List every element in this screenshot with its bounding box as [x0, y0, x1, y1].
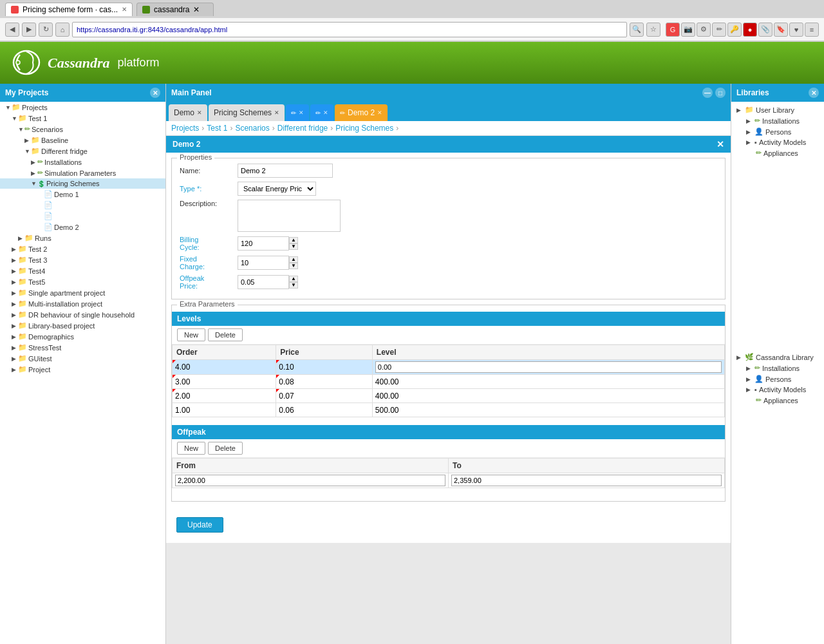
ext5[interactable]: 🔑 [727, 23, 742, 37]
tree-arrow-test3[interactable]: ▶ [12, 257, 18, 263]
breadcrumb-projects[interactable]: Projects [171, 124, 199, 133]
tab-pricing-schemes[interactable]: Pricing Schemes ✕ [209, 104, 285, 121]
table-row[interactable]: 1.00 0.06 500.00 [173, 403, 725, 417]
offpeak-to-input[interactable] [451, 475, 722, 486]
tree-item-stresstest[interactable]: ▶ 📁 StressTest [0, 342, 165, 353]
tree-arrow-test2[interactable]: ▶ [12, 246, 18, 252]
right-panel-collapse-btn[interactable]: ✕ [809, 88, 819, 98]
tree-arrow-single-apt[interactable]: ▶ [12, 290, 18, 296]
user-library-item[interactable]: ▶ 📁 User Library [734, 104, 821, 115]
tab-close-btn[interactable]: ✕ [122, 6, 127, 13]
tree-item-test1[interactable]: ▼ 📁 Test 1 [0, 113, 165, 124]
ext9[interactable]: ♥ [789, 23, 803, 37]
tree-item-test4[interactable]: ▶ 📁 Test4 [0, 265, 165, 276]
tree-item-dr-behaviour[interactable]: ▶ 📁 DR behaviour of single household [0, 309, 165, 320]
ext6[interactable]: ● [743, 23, 757, 37]
offpeak-from-input[interactable] [175, 475, 445, 486]
tab-4[interactable]: ✏ ✕ [310, 104, 333, 121]
billing-cycle-input[interactable] [238, 236, 289, 251]
update-btn[interactable]: Update [176, 517, 223, 533]
offpeak-price-up[interactable]: ▲ [289, 276, 298, 282]
tree-arrow-guitest[interactable]: ▶ [12, 355, 18, 362]
menu-btn[interactable]: ≡ [805, 23, 819, 37]
tree-item-file2[interactable]: ▶ 📄 [0, 200, 165, 211]
ext3[interactable]: ⚙ [697, 23, 711, 37]
tab-3[interactable]: ✏ ✕ [286, 104, 309, 121]
fixed-charge-input[interactable] [238, 256, 289, 270]
ext7[interactable]: 📎 [758, 23, 772, 37]
tree-item-test3[interactable]: ▶ 📁 Test 3 [0, 254, 165, 265]
cassandra-lib-installations[interactable]: ▶ ✏ Installations [734, 363, 821, 374]
tree-item-project[interactable]: ▶ 📁 Project [0, 364, 165, 375]
tree-arrow-test4[interactable]: ▶ [12, 268, 18, 274]
tree-item-sim-params[interactable]: ▶ ✏ Simulation Parameters [0, 167, 165, 178]
name-input[interactable] [238, 164, 333, 178]
center-panel-maximize[interactable]: □ [715, 88, 726, 98]
breadcrumb-different-fridge[interactable]: Different fridge [277, 124, 328, 133]
tree-item-installations[interactable]: ▶ ✏ Installations [0, 156, 165, 167]
browser-tab-inactive[interactable]: cassandra ✕ [136, 3, 214, 16]
tab-demo[interactable]: Demo ✕ [169, 104, 207, 121]
tree-item-file3[interactable]: ▶ 📄 [0, 211, 165, 222]
reload-btn[interactable]: ↻ [39, 23, 53, 37]
bookmark-btn[interactable]: ☆ [646, 23, 660, 37]
fixed-charge-down[interactable]: ▼ [289, 263, 298, 269]
tree-item-different-fridge[interactable]: ▼ 📁 Different fridge [0, 146, 165, 156]
levels-new-btn[interactable]: New [177, 328, 205, 341]
levels-delete-btn[interactable]: Delete [208, 328, 243, 341]
table-row[interactable]: 2.00 0.07 400.00 [173, 389, 725, 403]
table-row[interactable]: 3.00 0.08 400.00 [173, 375, 725, 389]
tab-pricing-schemes-close[interactable]: ✕ [274, 109, 279, 116]
tab-demo-close[interactable]: ✕ [197, 109, 202, 116]
tree-item-runs[interactable]: ▶ 📁 Runs [0, 232, 165, 243]
breadcrumb-scenarios[interactable]: Scenarios [235, 124, 269, 133]
ext1[interactable]: G [666, 23, 680, 37]
tree-item-demo2[interactable]: ▶ 📄 Demo 2 [0, 222, 165, 232]
tree-item-demographics[interactable]: ▶ 📁 Demographics [0, 331, 165, 342]
table-row[interactable]: 4.00 0.10 [173, 360, 725, 375]
form-close-btn[interactable]: ✕ [716, 139, 724, 149]
user-lib-installations[interactable]: ▶ ✏ Installations [734, 115, 821, 126]
cassandra-lib-persons[interactable]: ▶ 👤 Persons [734, 374, 821, 384]
tree-item-multi-install[interactable]: ▶ 📁 Multi-installation project [0, 298, 165, 309]
tab3-close[interactable]: ✕ [299, 109, 304, 116]
tree-item-demo1[interactable]: ▶ 📄 Demo 1 [0, 189, 165, 200]
tree-arrow-baseline[interactable]: ▶ [24, 137, 31, 144]
tree-arrow-sim-params[interactable]: ▶ [31, 170, 37, 176]
tree-arrow-projects[interactable]: ▼ [5, 104, 12, 111]
billing-cycle-down[interactable]: ▼ [289, 243, 298, 250]
tree-item-test2[interactable]: ▶ 📁 Test 2 [0, 243, 165, 254]
tree-arrow-installations[interactable]: ▶ [31, 159, 37, 166]
cassandra-library-item[interactable]: ▶ 🌿 Cassandra Library [734, 352, 821, 363]
tab-demo2[interactable]: ✏ Demo 2 ✕ [335, 104, 388, 121]
cassandra-lib-activity[interactable]: ▶ ▪ Activity Models [734, 384, 821, 395]
tree-arrow-dr-behaviour[interactable]: ▶ [12, 312, 18, 318]
tree-item-test5[interactable]: ▶ 📁 Test5 [0, 276, 165, 287]
breadcrumb-pricing-schemes[interactable]: Pricing Schemes [335, 124, 393, 133]
tree-arrow-scenarios[interactable]: ▼ [18, 126, 24, 133]
description-textarea[interactable] [238, 200, 341, 232]
tree-arrow-pricing-schemes[interactable]: ▼ [31, 180, 37, 187]
offpeak-new-btn[interactable]: New [177, 442, 205, 455]
ext4[interactable]: ✏ [712, 23, 726, 37]
tab2-close-btn[interactable]: ✕ [193, 5, 200, 14]
tree-item-scenarios[interactable]: ▼ ✏ Scenarios [0, 124, 165, 135]
tree-item-library-based[interactable]: ▶ 📁 Library-based project [0, 320, 165, 331]
tree-item-projects[interactable]: ▼ 📁 Projects [0, 102, 165, 113]
tree-arrow-library-based[interactable]: ▶ [12, 323, 18, 329]
home-btn[interactable]: ⌂ [55, 23, 70, 37]
tree-arrow-test5[interactable]: ▶ [12, 279, 18, 285]
tree-arrow-project[interactable]: ▶ [12, 366, 18, 373]
address-bar[interactable] [72, 22, 627, 37]
levels-row1-level-input[interactable] [375, 361, 722, 373]
tree-item-single-apt[interactable]: ▶ 📁 Single apartment project [0, 287, 165, 298]
tree-arrow-multi-install[interactable]: ▶ [12, 301, 18, 307]
left-panel-collapse-btn[interactable]: ✕ [150, 88, 160, 98]
type-select[interactable]: Scalar Energy Pric [238, 182, 316, 196]
offpeak-delete-btn[interactable]: Delete [208, 442, 243, 455]
offpeak-price-input[interactable] [238, 275, 289, 289]
tree-arrow-test1[interactable]: ▼ [12, 115, 18, 122]
tab-demo2-close[interactable]: ✕ [377, 109, 382, 116]
center-panel-minimize[interactable]: — [702, 88, 713, 98]
ext2[interactable]: 📷 [681, 23, 695, 37]
